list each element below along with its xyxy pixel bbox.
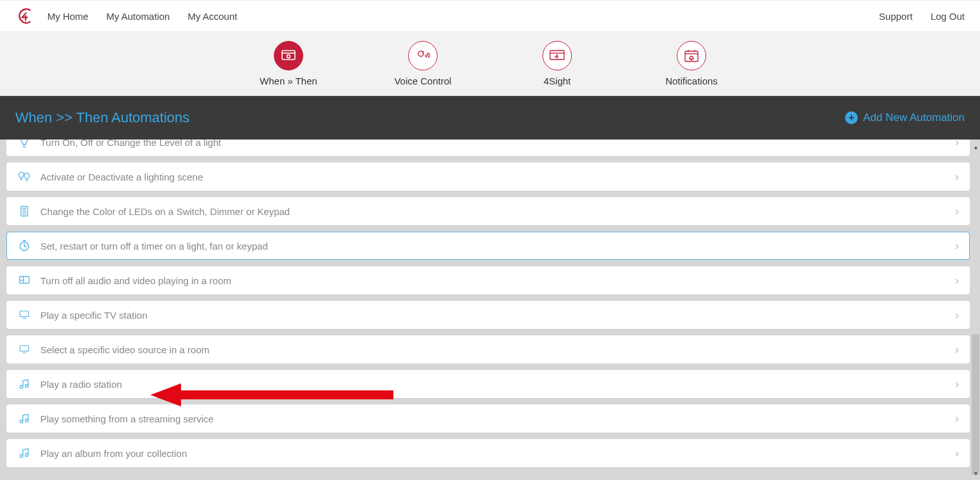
action-label: Play a radio station <box>40 379 122 390</box>
music-icon <box>17 412 31 426</box>
svg-point-29 <box>26 385 29 388</box>
keypad-icon <box>17 204 31 218</box>
tab-4sight[interactable]: 4Sight <box>522 41 592 86</box>
action-row-streaming[interactable]: Play something from a streaming service … <box>6 404 970 433</box>
action-row-timer[interactable]: Set, restart or turn off a timer on a li… <box>6 232 970 260</box>
action-row-album[interactable]: Play an album from your collection › <box>6 439 970 467</box>
action-label: Turn off all audio and video playing in … <box>40 275 232 286</box>
tab-label: When » Then <box>260 76 317 86</box>
chevron-right-icon: › <box>955 274 959 287</box>
chevron-right-icon: › <box>955 308 959 322</box>
action-label: Play a specific TV station <box>40 310 147 321</box>
action-row-radio-station[interactable]: Play a radio station › <box>6 370 970 398</box>
nav-support[interactable]: Support <box>879 11 913 22</box>
timer-icon <box>17 239 31 253</box>
music-icon <box>17 377 31 391</box>
action-label: Change the Color of LEDs on a Switch, Di… <box>40 206 290 217</box>
plus-icon: + <box>845 111 858 124</box>
scroll-thumb[interactable] <box>972 334 979 475</box>
chevron-right-icon: › <box>955 343 959 356</box>
nav-left: My Home My Automation My Account <box>47 11 237 22</box>
top-nav: My Home My Automation My Account Support… <box>0 0 980 32</box>
tv-icon <box>17 342 31 356</box>
action-label: Set, restart or turn off a timer on a li… <box>40 241 268 252</box>
chevron-right-icon: › <box>955 447 959 460</box>
nav-right: Support Log Out <box>879 11 965 22</box>
add-new-automation-button[interactable]: + Add New Automation <box>845 111 965 124</box>
scroll-up-arrow[interactable]: ▴ <box>971 142 980 151</box>
svg-point-32 <box>20 454 23 458</box>
scrollbar[interactable]: ▴ ▾ <box>971 142 980 477</box>
action-label: Play an album from your collection <box>40 448 187 459</box>
chevron-right-icon: › <box>955 205 959 218</box>
action-label: Turn On, Off or Change the Level of a li… <box>40 140 221 148</box>
nav-my-home[interactable]: My Home <box>47 11 88 22</box>
bulbs-icon <box>17 170 31 184</box>
svg-point-30 <box>20 420 23 423</box>
brand-logo <box>15 6 35 26</box>
svg-point-31 <box>26 419 29 422</box>
svg-point-28 <box>20 385 23 388</box>
content-area: Turn On, Off or Change the Level of a li… <box>0 140 980 480</box>
action-list-scroll: Turn On, Off or Change the Level of a li… <box>6 140 970 480</box>
chevron-right-icon: › <box>955 412 959 426</box>
chevron-right-icon: › <box>955 378 959 391</box>
when-then-icon <box>274 41 303 70</box>
scroll-down-arrow[interactable]: ▾ <box>971 468 980 477</box>
room-icon <box>17 273 31 287</box>
action-row-lighting-scene[interactable]: Activate or Deactivate a lighting scene … <box>6 163 970 191</box>
page-title: When >> Then Automations <box>15 109 189 126</box>
svg-rect-21 <box>20 276 29 284</box>
tv-icon <box>17 308 31 322</box>
action-row-room-off[interactable]: Turn off all audio and video playing in … <box>6 266 970 294</box>
4sight-icon <box>542 41 572 70</box>
tab-notifications[interactable]: Notifications <box>656 41 727 86</box>
action-label: Activate or Deactivate a lighting scene <box>40 172 203 182</box>
bell-icon <box>677 41 706 70</box>
tab-label: Voice Control <box>394 76 451 86</box>
chevron-right-icon: › <box>955 140 959 149</box>
nav-logout[interactable]: Log Out <box>931 11 965 22</box>
svg-point-2 <box>287 55 290 58</box>
svg-point-33 <box>26 454 29 457</box>
nav-my-automation[interactable]: My Automation <box>106 11 170 22</box>
nav-my-account[interactable]: My Account <box>187 11 237 22</box>
voice-icon <box>408 41 438 70</box>
tab-label: 4Sight <box>544 76 571 86</box>
page-header: When >> Then Automations + Add New Autom… <box>0 96 980 140</box>
chevron-right-icon: › <box>955 239 959 253</box>
tab-voice-control[interactable]: Voice Control <box>388 41 458 86</box>
svg-point-10 <box>691 59 692 60</box>
action-row-led-color[interactable]: Change the Color of LEDs on a Switch, Di… <box>6 197 970 225</box>
action-row-tv-station[interactable]: Play a specific TV station › <box>6 301 970 329</box>
automation-tabs: When » Then Voice Control 4Sight Notific… <box>0 32 980 96</box>
action-label: Select a specific video source in a room <box>40 344 209 355</box>
svg-rect-26 <box>20 346 28 351</box>
svg-rect-11 <box>21 207 28 216</box>
action-row-light-level[interactable]: Turn On, Off or Change the Level of a li… <box>6 140 970 156</box>
music-icon <box>17 446 31 460</box>
tab-when-then[interactable]: When » Then <box>253 41 324 86</box>
action-list: Turn On, Off or Change the Level of a li… <box>6 140 970 467</box>
chevron-right-icon: › <box>955 170 959 184</box>
action-row-video-source[interactable]: Select a specific video source in a room… <box>6 335 970 364</box>
tab-label: Notifications <box>665 76 718 86</box>
svg-rect-24 <box>20 311 28 317</box>
bulb-icon <box>17 140 31 149</box>
action-label: Play something from a streaming service <box>40 413 214 424</box>
add-label: Add New Automation <box>863 111 965 124</box>
